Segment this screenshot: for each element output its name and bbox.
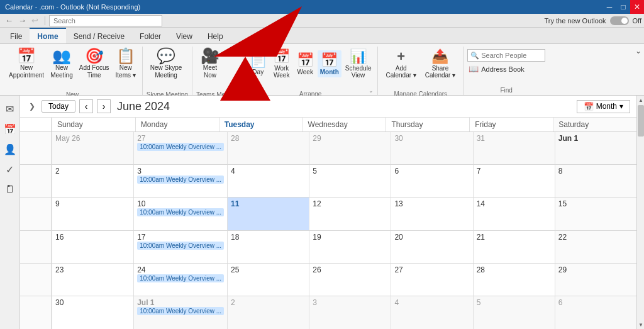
week-row: 9 1010:00am Weekly Overview ... 11 12 13… xyxy=(20,198,636,230)
mail-icon[interactable]: ✉ xyxy=(2,101,18,117)
table-row[interactable]: 3 xyxy=(309,296,391,329)
collapse-panel-button[interactable]: ❯ xyxy=(26,101,38,112)
scrollbar[interactable]: ▲ ▼ xyxy=(636,96,644,329)
toggle-switch[interactable] xyxy=(610,16,629,25)
table-row[interactable]: 30 xyxy=(52,296,133,329)
table-row[interactable]: May 26 xyxy=(52,132,133,164)
today-cell[interactable]: 11 xyxy=(227,198,309,230)
table-row[interactable]: 20 xyxy=(391,231,472,263)
next-month-button[interactable]: › xyxy=(97,99,111,113)
address-book-button[interactable]: 📖 Address Book xyxy=(467,64,545,74)
search-people-input[interactable] xyxy=(479,52,542,59)
new-appointment-button[interactable]: 📅 NewAppointment xyxy=(6,47,47,81)
table-row[interactable]: 310:00am Weekly Overview ... xyxy=(133,165,227,197)
table-row[interactable]: 21 xyxy=(473,231,555,263)
search-input[interactable] xyxy=(49,15,162,26)
table-row[interactable]: 4 xyxy=(391,296,472,329)
table-row[interactable]: 29 xyxy=(309,132,391,164)
table-row[interactable]: 22 xyxy=(555,231,636,263)
table-row[interactable]: 12 xyxy=(309,198,391,230)
toggle-state-label: Off xyxy=(633,17,641,25)
table-row[interactable]: 2 xyxy=(52,165,133,197)
today-button[interactable]: Today xyxy=(42,100,75,113)
table-row[interactable]: 13 xyxy=(391,198,472,230)
chevron-down-icon: ▾ xyxy=(619,102,623,111)
day-header-wednesday: Wednesday xyxy=(303,118,386,131)
scroll-down-button[interactable]: ▼ xyxy=(637,320,644,329)
table-row[interactable]: 27 xyxy=(391,264,472,296)
table-row[interactable]: 8 xyxy=(555,165,636,197)
view-week-button[interactable]: 📅 Week xyxy=(294,50,316,77)
notes-icon[interactable]: 🗒 xyxy=(2,181,18,198)
week-row: 23 2410:00am Weekly Overview ... 25 26 2… xyxy=(20,264,636,296)
view-day-button[interactable]: 📄 Day xyxy=(247,50,269,77)
table-row[interactable]: 4 xyxy=(227,165,309,197)
table-row[interactable]: 16 xyxy=(52,231,133,263)
table-row[interactable]: 5 xyxy=(473,296,555,329)
tab-file[interactable]: File xyxy=(3,28,30,43)
tab-help[interactable]: Help xyxy=(200,28,231,43)
day-header-sunday: Sunday xyxy=(52,118,135,131)
back-button[interactable]: ← xyxy=(3,16,16,25)
forward-button[interactable]: → xyxy=(16,16,29,25)
table-row[interactable]: 19 xyxy=(309,231,391,263)
table-row[interactable]: 9 xyxy=(52,198,133,230)
view-work-week-button[interactable]: 📅 WorkWeek xyxy=(270,47,293,81)
view-month-button[interactable]: 📅 Month xyxy=(318,50,341,77)
add-focus-time-button[interactable]: 🎯 Add FocusTime xyxy=(77,47,112,81)
table-row[interactable]: 6 xyxy=(555,296,636,329)
close-button[interactable]: ✕ xyxy=(630,0,644,14)
table-row[interactable]: 6 xyxy=(391,165,472,197)
calendar-icon-small: 📅 xyxy=(584,102,594,111)
search-people-icon: 🔍 xyxy=(470,52,479,60)
table-row[interactable]: 15 xyxy=(555,198,636,230)
table-row[interactable]: 14 xyxy=(473,198,555,230)
table-row[interactable]: 1710:00am Weekly Overview ... xyxy=(133,231,227,263)
table-row[interactable]: 28 xyxy=(473,264,555,296)
undo-button[interactable]: ↩ xyxy=(29,16,41,25)
table-row[interactable]: 1010:00am Weekly Overview ... xyxy=(133,198,227,230)
day-header-tuesday: Tuesday xyxy=(219,118,303,131)
scroll-up-button[interactable]: ▲ xyxy=(637,96,644,104)
app-title: Calendar - .com - Outlook (Not Respondin… xyxy=(5,3,140,11)
restore-button[interactable]: □ xyxy=(616,0,630,14)
tab-view[interactable]: View xyxy=(169,28,200,43)
ribbon-collapse-button[interactable]: ⌄ xyxy=(635,47,641,55)
table-row[interactable]: 25 xyxy=(227,264,309,296)
calendar-title: June 2024 xyxy=(117,100,170,113)
table-row[interactable]: 26 xyxy=(309,264,391,296)
day-header-thursday: Thursday xyxy=(386,118,469,131)
meet-now-button[interactable]: 🎥 MeetNow xyxy=(196,47,224,81)
day-header-monday: Monday xyxy=(135,118,219,131)
scroll-thumb[interactable] xyxy=(638,105,644,137)
tab-send-receive[interactable]: Send / Receive xyxy=(66,28,132,43)
table-row[interactable]: 30 xyxy=(391,132,472,164)
table-row[interactable]: 28 xyxy=(227,132,309,164)
view-schedule-button[interactable]: 📊 ScheduleView xyxy=(343,47,374,81)
prev-month-button[interactable]: ‹ xyxy=(79,99,93,113)
calendar-icon[interactable]: 📅 xyxy=(2,121,18,137)
view-selector[interactable]: 📅 Month ▾ xyxy=(577,100,630,113)
tab-folder[interactable]: Folder xyxy=(132,28,169,43)
table-row[interactable]: 2 xyxy=(227,296,309,329)
table-row[interactable]: 18 xyxy=(227,231,309,263)
share-calendar-button[interactable]: 📤 ShareCalendar ▾ xyxy=(421,47,459,81)
minimize-button[interactable]: ─ xyxy=(602,0,616,14)
new-skype-meeting-button[interactable]: 💬 New SkypeMeeting xyxy=(147,47,186,81)
table-row[interactable]: Jun 1 xyxy=(555,132,636,164)
day-header-saturday: Saturday xyxy=(553,118,636,131)
table-row[interactable]: 7 xyxy=(473,165,555,197)
table-row[interactable]: 2410:00am Weekly Overview ... xyxy=(133,264,227,296)
tab-home[interactable]: Home xyxy=(30,28,65,43)
table-row[interactable]: Jul 110:00am Weekly Overview ... xyxy=(133,296,227,329)
new-meeting-button[interactable]: 👥 NewMeeting xyxy=(48,47,75,81)
table-row[interactable]: 2710:00am Weekly Overview ... xyxy=(133,132,227,164)
new-items-button[interactable]: 📋 NewItems ▾ xyxy=(113,47,138,81)
table-row[interactable]: 5 xyxy=(309,165,391,197)
add-calendar-button[interactable]: + AddCalendar ▾ xyxy=(382,47,419,81)
tasks-icon[interactable]: ✓ xyxy=(2,161,18,177)
table-row[interactable]: 31 xyxy=(473,132,555,164)
table-row[interactable]: 23 xyxy=(52,264,133,296)
table-row[interactable]: 29 xyxy=(555,264,636,296)
contacts-icon[interactable]: 👤 xyxy=(2,141,18,157)
